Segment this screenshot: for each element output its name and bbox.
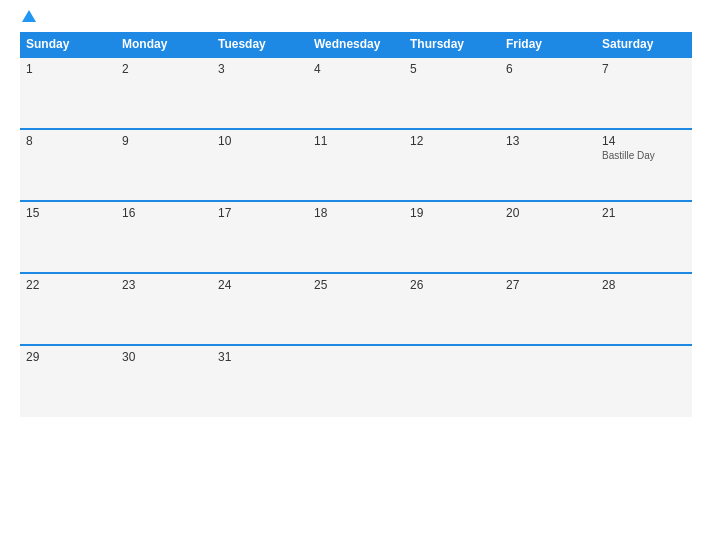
day-number: 19 — [410, 206, 494, 220]
day-number: 26 — [410, 278, 494, 292]
calendar-cell: 31 — [212, 345, 308, 417]
calendar-cell: 6 — [500, 57, 596, 129]
day-number: 27 — [506, 278, 590, 292]
calendar-cell: 20 — [500, 201, 596, 273]
holiday-name: Bastille Day — [602, 150, 686, 161]
day-number: 24 — [218, 278, 302, 292]
day-number: 11 — [314, 134, 398, 148]
calendar-cell: 25 — [308, 273, 404, 345]
calendar-cell: 19 — [404, 201, 500, 273]
calendar-cell: 16 — [116, 201, 212, 273]
calendar-cell: 7 — [596, 57, 692, 129]
day-number: 30 — [122, 350, 206, 364]
calendar-cell: 8 — [20, 129, 116, 201]
day-number: 2 — [122, 62, 206, 76]
calendar-cell: 24 — [212, 273, 308, 345]
calendar-cell: 2 — [116, 57, 212, 129]
calendar-cell: 18 — [308, 201, 404, 273]
calendar-cell: 28 — [596, 273, 692, 345]
day-number: 10 — [218, 134, 302, 148]
calendar-cell: 17 — [212, 201, 308, 273]
calendar-cell: 29 — [20, 345, 116, 417]
calendar-cell: 22 — [20, 273, 116, 345]
calendar-cell: 23 — [116, 273, 212, 345]
calendar-cell: 26 — [404, 273, 500, 345]
day-number: 7 — [602, 62, 686, 76]
calendar-cell: 21 — [596, 201, 692, 273]
day-number: 29 — [26, 350, 110, 364]
day-number: 9 — [122, 134, 206, 148]
weekday-header-sunday: Sunday — [20, 32, 116, 57]
day-number: 1 — [26, 62, 110, 76]
day-number: 17 — [218, 206, 302, 220]
calendar-cell: 9 — [116, 129, 212, 201]
calendar-cell: 12 — [404, 129, 500, 201]
day-number: 16 — [122, 206, 206, 220]
calendar-cell: 10 — [212, 129, 308, 201]
calendar-week-0: 1234567 — [20, 57, 692, 129]
weekday-header-thursday: Thursday — [404, 32, 500, 57]
day-number: 4 — [314, 62, 398, 76]
calendar-cell — [404, 345, 500, 417]
calendar-cell: 11 — [308, 129, 404, 201]
weekday-header-row: SundayMondayTuesdayWednesdayThursdayFrid… — [20, 32, 692, 57]
calendar-body: 1234567891011121314Bastille Day151617181… — [20, 57, 692, 417]
day-number: 28 — [602, 278, 686, 292]
calendar-week-1: 891011121314Bastille Day — [20, 129, 692, 201]
logo — [20, 10, 36, 24]
calendar-cell: 14Bastille Day — [596, 129, 692, 201]
calendar-cell — [500, 345, 596, 417]
calendar-cell: 1 — [20, 57, 116, 129]
weekday-header-saturday: Saturday — [596, 32, 692, 57]
calendar-cell: 3 — [212, 57, 308, 129]
calendar-week-4: 293031 — [20, 345, 692, 417]
day-number: 21 — [602, 206, 686, 220]
day-number: 20 — [506, 206, 590, 220]
day-number: 5 — [410, 62, 494, 76]
day-number: 13 — [506, 134, 590, 148]
calendar-header: SundayMondayTuesdayWednesdayThursdayFrid… — [20, 32, 692, 57]
calendar-cell: 4 — [308, 57, 404, 129]
weekday-header-wednesday: Wednesday — [308, 32, 404, 57]
calendar-cell: 5 — [404, 57, 500, 129]
top-bar — [20, 10, 692, 24]
calendar-cell: 15 — [20, 201, 116, 273]
calendar-cell: 13 — [500, 129, 596, 201]
calendar-cell — [308, 345, 404, 417]
weekday-header-friday: Friday — [500, 32, 596, 57]
day-number: 23 — [122, 278, 206, 292]
day-number: 22 — [26, 278, 110, 292]
day-number: 25 — [314, 278, 398, 292]
weekday-header-tuesday: Tuesday — [212, 32, 308, 57]
day-number: 3 — [218, 62, 302, 76]
calendar-cell — [596, 345, 692, 417]
day-number: 14 — [602, 134, 686, 148]
calendar-week-2: 15161718192021 — [20, 201, 692, 273]
day-number: 12 — [410, 134, 494, 148]
calendar-cell: 30 — [116, 345, 212, 417]
weekday-header-monday: Monday — [116, 32, 212, 57]
calendar-week-3: 22232425262728 — [20, 273, 692, 345]
logo-triangle-icon — [22, 10, 36, 22]
calendar-cell: 27 — [500, 273, 596, 345]
day-number: 6 — [506, 62, 590, 76]
day-number: 31 — [218, 350, 302, 364]
day-number: 15 — [26, 206, 110, 220]
day-number: 18 — [314, 206, 398, 220]
day-number: 8 — [26, 134, 110, 148]
calendar-table: SundayMondayTuesdayWednesdayThursdayFrid… — [20, 32, 692, 417]
